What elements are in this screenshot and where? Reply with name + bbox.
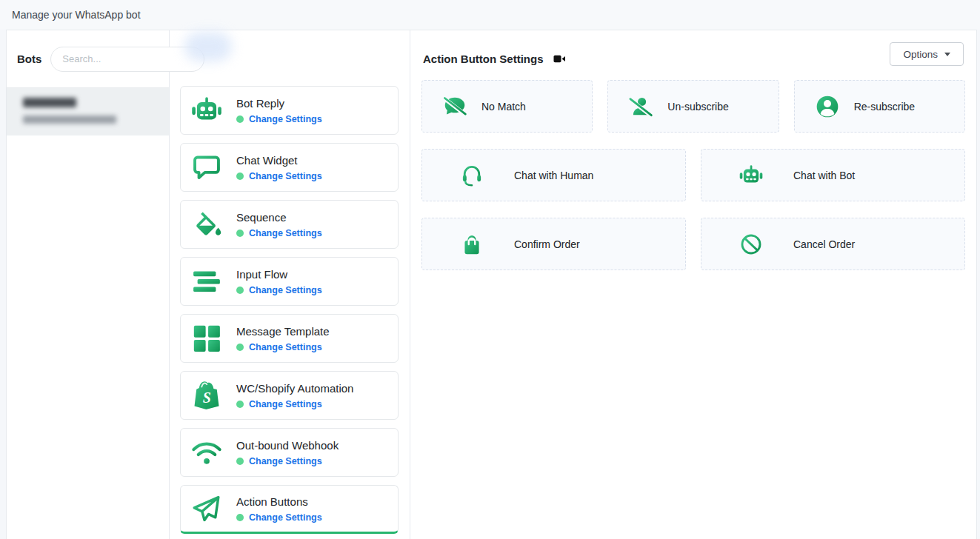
action-label: No Match (481, 101, 526, 113)
action-cancel-order[interactable]: Cancel Order (701, 218, 965, 270)
action-row-1: No Match Un-subscribe (421, 80, 965, 133)
status-dot (236, 514, 244, 521)
options-label: Options (903, 49, 938, 60)
feature-title: Bot Reply (236, 97, 322, 110)
ban-icon (739, 232, 764, 257)
change-settings-link[interactable]: Change Settings (249, 114, 322, 124)
change-settings-link[interactable]: Change Settings (249, 228, 322, 238)
feature-card-message-template[interactable]: Message Template Change Settings (180, 314, 399, 363)
bars-icon (190, 265, 223, 298)
feature-card-bot-reply[interactable]: Bot Reply Change Settings (180, 86, 399, 135)
feature-card-sequence[interactable]: Sequence Change Settings (180, 200, 399, 249)
feature-title: WC/Shopify Automation (236, 382, 353, 395)
paint-bucket-icon (190, 208, 223, 241)
app-panel: Bots (6, 30, 977, 539)
bots-header: Bots (7, 30, 169, 87)
feature-card-outbound-webhook[interactable]: Out-bound Webhook Change Settings (180, 428, 399, 477)
feature-title: Action Buttons (236, 495, 322, 508)
topbar: Manage your WhatsApp bot (0, 0, 980, 30)
video-camera-icon[interactable] (553, 53, 566, 64)
paper-plane-icon (190, 492, 223, 525)
sidebar-bots: Bots (7, 30, 170, 539)
action-label: Chat with Bot (793, 170, 855, 181)
feature-list: Bot Reply Change Settings Chat Widget Ch… (170, 30, 410, 539)
action-label: Chat with Human (514, 170, 593, 181)
redacted-bot-name (23, 98, 76, 107)
shopping-bag-icon (459, 232, 484, 257)
caret-down-icon (944, 53, 950, 56)
redacted-bot-number (23, 116, 116, 124)
chat-bubble-icon (190, 151, 223, 184)
status-dot (236, 230, 244, 237)
bot-list-item-selected[interactable] (7, 87, 169, 135)
status-dot (236, 116, 244, 123)
change-settings-link[interactable]: Change Settings (249, 285, 322, 295)
feature-card-chat-widget[interactable]: Chat Widget Change Settings (180, 143, 399, 192)
feature-card-input-flow[interactable]: Input Flow Change Settings (180, 257, 399, 306)
feature-title: Message Template (236, 325, 330, 338)
action-button-settings-panel: Action Button Settings Options (410, 30, 976, 539)
action-row-2: Chat with Human Chat with Bot (421, 149, 965, 201)
bots-heading: Bots (17, 53, 41, 65)
feature-title: Input Flow (236, 268, 322, 281)
user-circle-icon (815, 94, 840, 119)
panel-title: Action Button Settings (423, 53, 543, 65)
change-settings-link[interactable]: Change Settings (249, 171, 322, 181)
status-dot (236, 458, 244, 465)
change-settings-link[interactable]: Change Settings (249, 456, 322, 466)
feature-title: Chat Widget (236, 154, 322, 167)
action-label: Confirm Order (514, 238, 580, 250)
status-dot (236, 287, 244, 294)
feature-title: Out-bound Webhook (236, 439, 339, 452)
action-label: Re-subscribe (854, 101, 915, 113)
status-dot (236, 173, 244, 180)
robot-icon (739, 163, 764, 188)
shopify-icon: S (190, 379, 223, 412)
action-no-match[interactable]: No Match (421, 80, 593, 133)
action-row-3: Confirm Order Cancel Order (421, 218, 965, 270)
feature-card-action-buttons[interactable]: Action Buttons Change Settings (180, 485, 399, 534)
wifi-icon (190, 436, 223, 469)
change-settings-link[interactable]: Change Settings (249, 512, 322, 523)
action-confirm-order[interactable]: Confirm Order (421, 218, 686, 270)
feature-card-shopify-automation[interactable]: S WC/Shopify Automation Change Settings (180, 371, 399, 420)
user-slash-icon (628, 94, 653, 119)
options-button[interactable]: Options (890, 42, 964, 66)
change-settings-link[interactable]: Change Settings (249, 399, 322, 409)
action-resubscribe[interactable]: Re-subscribe (794, 80, 965, 133)
headset-icon (459, 163, 484, 188)
action-unsubscribe[interactable]: Un-subscribe (607, 80, 779, 133)
action-chat-with-bot[interactable]: Chat with Bot (701, 149, 965, 201)
action-chat-with-human[interactable]: Chat with Human (421, 149, 686, 201)
action-label: Un-subscribe (667, 101, 728, 113)
grid-icon (190, 322, 223, 355)
blurred-avatar (184, 32, 232, 61)
bot-icon (190, 94, 223, 127)
comment-slash-icon (442, 94, 467, 119)
change-settings-link[interactable]: Change Settings (249, 342, 322, 352)
panel-header: Action Button Settings Options (421, 30, 965, 80)
status-dot (236, 344, 244, 351)
action-label: Cancel Order (793, 238, 855, 250)
page-title: Manage your WhatsApp bot (12, 9, 141, 21)
status-dot (236, 401, 244, 408)
feature-title: Sequence (236, 211, 322, 224)
svg-text:S: S (203, 389, 211, 406)
